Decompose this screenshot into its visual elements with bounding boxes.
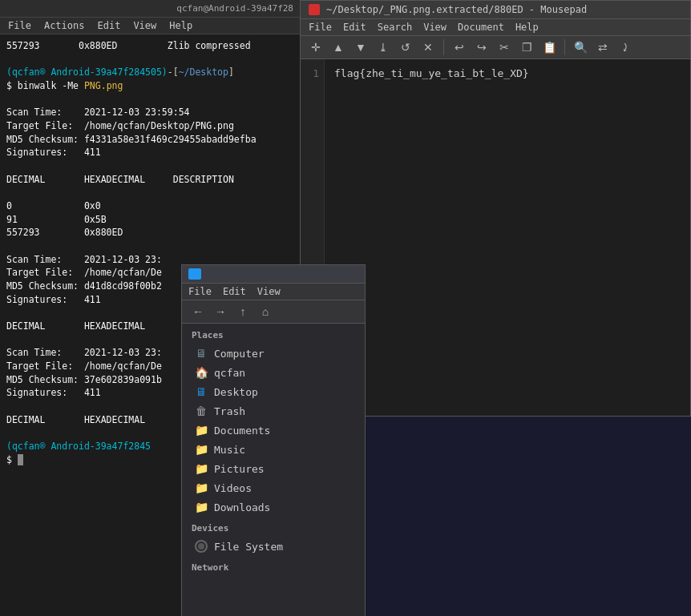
redo-button[interactable]: ↪	[471, 38, 492, 57]
code-area[interactable]: flag{zhe_ti_mu_ye_tai_bt_le_XD}	[325, 59, 690, 416]
mousepad-menu-view[interactable]: View	[423, 22, 447, 33]
mousepad-toolbar: ✛ ▲ ▼ ⤓ ↺ ✕ ↩ ↪ ✂ ❐ 📋 🔍 ⇄ ⤸	[301, 36, 690, 59]
new-file-button[interactable]: ✛	[305, 38, 326, 57]
line-number-1: 1	[305, 66, 319, 83]
fm-item-documents[interactable]: 📁 Documents	[182, 421, 365, 440]
cut-button[interactable]: ✂	[494, 38, 515, 57]
mousepad-menu-edit[interactable]: Edit	[343, 22, 366, 33]
videos-icon: 📁	[195, 481, 208, 494]
mousepad-menu-help[interactable]: Help	[515, 22, 539, 33]
fm-item-pictures[interactable]: 📁 Pictures	[182, 459, 365, 478]
terminal-title: qcfan@Android-39a47f28	[176, 3, 293, 14]
fm-label-downloads: Downloads	[214, 501, 270, 513]
fm-label-computer: Computer	[214, 348, 265, 360]
home-icon: 🏠	[195, 366, 208, 379]
fm-home-button[interactable]: ⌂	[256, 303, 275, 320]
mousepad-menubar: File Edit Search View Document Help	[301, 19, 690, 36]
jump-button[interactable]: ⤸	[615, 38, 636, 57]
terminal-menu-help[interactable]: Help	[169, 20, 192, 31]
fm-label-pictures: Pictures	[214, 463, 265, 475]
fm-network-header: Network	[182, 556, 365, 576]
fm-item-home[interactable]: 🏠 qcfan	[182, 363, 365, 382]
fm-label-home: qcfan	[214, 367, 245, 379]
documents-icon: 📁	[195, 424, 208, 437]
fm-item-music[interactable]: 📁 Music	[182, 440, 365, 459]
fm-toolbar: ← → ↑ ⌂	[182, 300, 365, 324]
fm-forward-button[interactable]: →	[211, 303, 230, 320]
terminal-titlebar: qcfan@Android-39a47f28	[0, 0, 300, 18]
mousepad-menu-search[interactable]: Search	[378, 22, 412, 33]
fm-back-button[interactable]: ←	[188, 303, 208, 320]
fm-label-documents: Documents	[214, 425, 270, 437]
fm-item-trash[interactable]: 🗑 Trash	[182, 401, 365, 421]
music-icon: 📁	[195, 443, 208, 456]
fm-up-button[interactable]: ↑	[233, 303, 253, 320]
trash-icon: 🗑	[195, 405, 208, 417]
mousepad-title: ~/Desktop/_PNG.png.extracted/880ED - Mou…	[326, 4, 587, 15]
terminal-menu-file[interactable]: File	[8, 20, 31, 31]
fm-menubar: File Edit View	[182, 284, 365, 300]
open-down-button[interactable]: ▼	[350, 38, 371, 57]
copy-button[interactable]: ❐	[516, 38, 537, 57]
toolbar-separator-2	[564, 39, 565, 55]
fm-menu-view[interactable]: View	[257, 286, 281, 297]
paste-button[interactable]: 📋	[539, 38, 560, 57]
replace-button[interactable]: ⇄	[592, 38, 613, 57]
pictures-icon: 📁	[195, 462, 208, 475]
fm-menu-file[interactable]: File	[188, 286, 212, 297]
terminal-menu-view[interactable]: View	[133, 20, 156, 31]
toolbar-separator-1	[443, 39, 444, 55]
terminal-menu-actions[interactable]: Actions	[44, 20, 85, 31]
fm-label-music: Music	[214, 444, 245, 456]
close-tab-button[interactable]: ✕	[418, 38, 438, 57]
fm-places-header: Places	[182, 324, 365, 344]
save-button[interactable]: ⤓	[373, 38, 394, 57]
fm-titlebar	[182, 265, 365, 284]
mousepad-menu-file[interactable]: File	[309, 22, 332, 33]
fm-body: Places 🖥 Computer 🏠 qcfan 🖥 Desktop 🗑 Tr…	[182, 324, 365, 616]
fm-item-filesystem[interactable]: File System	[182, 537, 365, 556]
undo-button[interactable]: ↩	[449, 38, 470, 57]
fm-item-computer[interactable]: 🖥 Computer	[182, 344, 365, 363]
fm-item-downloads[interactable]: 📁 Downloads	[182, 497, 365, 517]
code-line-1: flag{zhe_ti_mu_ye_tai_bt_le_XD}	[334, 67, 529, 79]
desktop-icon: 🖥	[195, 385, 208, 398]
reload-button[interactable]: ↺	[395, 38, 416, 57]
computer-icon: 🖥	[195, 347, 208, 360]
terminal-menu-edit[interactable]: Edit	[97, 20, 120, 31]
downloads-icon: 📁	[195, 501, 208, 513]
fm-devices-header: Devices	[182, 517, 365, 537]
fm-label-desktop: Desktop	[214, 386, 258, 398]
file-manager-window: File Edit View ← → ↑ ⌂ Places 🖥 Computer…	[181, 264, 366, 616]
open-up-button[interactable]: ▲	[328, 38, 349, 57]
fm-item-desktop[interactable]: 🖥 Desktop	[182, 382, 365, 401]
mousepad-titlebar: ~/Desktop/_PNG.png.extracted/880ED - Mou…	[301, 1, 690, 19]
terminal-menubar: File Actions Edit View Help	[0, 18, 300, 34]
mousepad-menu-document[interactable]: Document	[458, 22, 504, 33]
fm-folder-icon	[188, 268, 201, 280]
find-button[interactable]: 🔍	[570, 38, 591, 57]
fm-item-videos[interactable]: 📁 Videos	[182, 478, 365, 497]
fm-menu-edit[interactable]: Edit	[223, 286, 246, 297]
filesystem-icon	[195, 540, 208, 553]
fm-label-trash: Trash	[214, 405, 245, 417]
mousepad-logo	[309, 4, 320, 15]
fm-label-filesystem: File System	[214, 541, 283, 553]
fm-label-videos: Videos	[214, 482, 252, 494]
